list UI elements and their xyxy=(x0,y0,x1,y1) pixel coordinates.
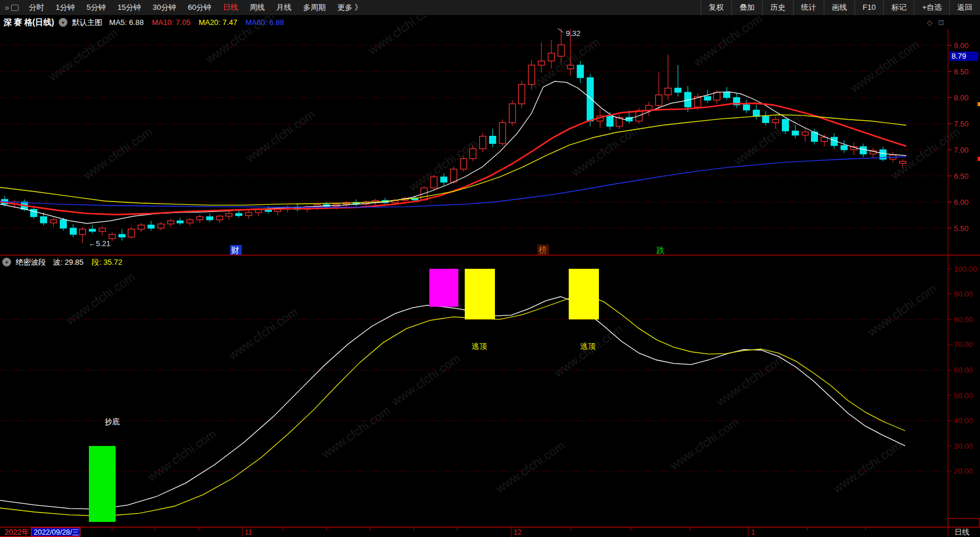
menu-item-mark[interactable]: 标记 xyxy=(883,0,914,15)
candle[interactable] xyxy=(802,128,809,141)
candle[interactable] xyxy=(490,129,496,147)
menu-item-add-watchlist[interactable]: +自选 xyxy=(914,0,949,15)
candle[interactable] xyxy=(119,229,125,241)
candle[interactable] xyxy=(207,214,213,222)
menu-item-weekly[interactable]: 周线 xyxy=(244,2,271,13)
menu-item-overlay[interactable]: 叠加 xyxy=(731,0,762,15)
menu-item-adjust[interactable]: 复权 xyxy=(701,0,731,15)
candle[interactable] xyxy=(148,221,155,230)
candle[interactable] xyxy=(656,73,662,109)
tools-menu: 复权 叠加 历史 统计 画线 F10 标记 +自选 返回 xyxy=(701,0,980,15)
candle[interactable] xyxy=(705,90,711,103)
indicator-tick-label: 60.00 xyxy=(954,366,973,374)
candle[interactable] xyxy=(763,111,769,125)
edge-marker xyxy=(978,157,980,161)
signal-bar[interactable] xyxy=(89,446,116,522)
candle[interactable] xyxy=(753,105,760,120)
candle[interactable] xyxy=(509,100,516,126)
menu-item-draw[interactable]: 画线 xyxy=(824,0,855,15)
candle[interactable] xyxy=(665,55,672,100)
ma10-legend: MA10: 7.05 xyxy=(152,18,191,27)
candle[interactable] xyxy=(51,218,57,227)
candle[interactable] xyxy=(744,100,750,113)
menu-item-back[interactable]: 返回 xyxy=(949,0,980,15)
candle[interactable] xyxy=(246,210,252,218)
candle[interactable] xyxy=(89,225,96,233)
candle[interactable] xyxy=(441,174,447,186)
price-tick-label: 9.00 xyxy=(954,41,968,50)
menu-item-5min[interactable]: 5分钟 xyxy=(81,2,112,13)
candle[interactable] xyxy=(841,140,848,153)
chart-title-bar: 深 赛 格(日线) 默认主图 MA5: 6.88 MA10: 7.05 MA20… xyxy=(0,16,980,29)
menu-item-stats[interactable]: 统计 xyxy=(793,0,824,15)
candle[interactable] xyxy=(217,215,223,223)
candle[interactable] xyxy=(851,142,857,155)
candle[interactable] xyxy=(80,227,86,243)
menu-item-history[interactable]: 历史 xyxy=(762,0,793,15)
candle[interactable] xyxy=(724,87,730,100)
menu-item-30min[interactable]: 30分钟 xyxy=(147,2,182,13)
indicator-line-波 xyxy=(0,297,905,509)
candle[interactable] xyxy=(646,102,652,116)
window-controls[interactable] xyxy=(0,3,23,12)
candle[interactable] xyxy=(187,218,193,226)
candle[interactable] xyxy=(128,227,135,239)
window-icon[interactable] xyxy=(11,5,19,11)
candle[interactable] xyxy=(860,143,867,157)
collapse-icon[interactable] xyxy=(5,3,9,12)
candle[interactable] xyxy=(236,210,242,218)
chevron-down-icon[interactable] xyxy=(2,258,11,266)
watermark: www.cfchi.com xyxy=(243,107,317,165)
panel-layout-icon[interactable] xyxy=(938,19,944,27)
menu-item-daily[interactable]: 日线 xyxy=(217,2,244,13)
candle[interactable] xyxy=(616,114,623,129)
watermark: www.cfchi.com xyxy=(864,282,939,339)
candle[interactable] xyxy=(138,223,145,232)
diamond-icon[interactable] xyxy=(927,19,932,27)
signal-bar[interactable] xyxy=(465,269,495,319)
period-label[interactable]: 日线 xyxy=(954,528,970,536)
candle[interactable] xyxy=(177,218,184,225)
candle[interactable] xyxy=(31,206,37,219)
candle[interactable] xyxy=(226,211,232,219)
candle[interactable] xyxy=(500,120,506,146)
menu-item-multiperiod[interactable]: 多周期 xyxy=(297,2,332,13)
candle[interactable] xyxy=(158,222,164,230)
candle[interactable] xyxy=(480,133,486,152)
watermark: www.cfchi.com xyxy=(551,322,625,380)
candle[interactable] xyxy=(70,224,77,237)
menu-item-monthly[interactable]: 月线 xyxy=(271,2,297,13)
candle[interactable] xyxy=(539,43,545,73)
menu-item-60min[interactable]: 60分钟 xyxy=(182,2,217,13)
candle[interactable] xyxy=(461,156,467,172)
chevron-down-icon[interactable] xyxy=(59,18,67,27)
watermark: www.cfchi.com xyxy=(713,351,788,409)
candle[interactable] xyxy=(431,175,437,190)
candle[interactable] xyxy=(197,215,203,223)
extremum-annotation: 9.32 xyxy=(566,29,580,38)
candle[interactable] xyxy=(577,61,584,83)
ma20-legend: MA20: 7.47 xyxy=(199,18,238,27)
menu-item-15min[interactable]: 15分钟 xyxy=(112,2,146,13)
menu-item-f10[interactable]: F10 xyxy=(855,0,883,15)
stock-app-window: 分时 1分钟 5分钟 15分钟 30分钟 60分钟 日线 周线 月线 多周期 更… xyxy=(0,0,980,537)
event-marker[interactable]: 财 xyxy=(231,246,239,255)
chart-canvas[interactable]: www.cfchi.comwww.cfchi.comwww.cfchi.comw… xyxy=(0,0,980,537)
signal-bar[interactable] xyxy=(569,269,599,319)
price-tick-label: 8.50 xyxy=(954,67,968,76)
candle[interactable] xyxy=(675,65,681,96)
candle[interactable] xyxy=(734,93,740,108)
candle[interactable] xyxy=(870,147,877,158)
candle[interactable] xyxy=(295,204,301,212)
menu-item-1min[interactable]: 1分钟 xyxy=(50,2,81,13)
candle[interactable] xyxy=(519,81,525,108)
menu-item-more[interactable]: 更多 》 xyxy=(332,2,368,13)
event-marker[interactable]: 跌 xyxy=(656,246,665,255)
indicator-segment-value: 段: 35.72 xyxy=(92,257,123,268)
menu-item-fenshi[interactable]: 分时 xyxy=(23,2,50,13)
candle[interactable] xyxy=(99,226,106,235)
event-marker[interactable]: 榜 xyxy=(539,245,547,254)
watermark: www.cfchi.com xyxy=(888,125,962,182)
candle[interactable] xyxy=(168,219,174,227)
signal-bar[interactable] xyxy=(429,269,458,307)
